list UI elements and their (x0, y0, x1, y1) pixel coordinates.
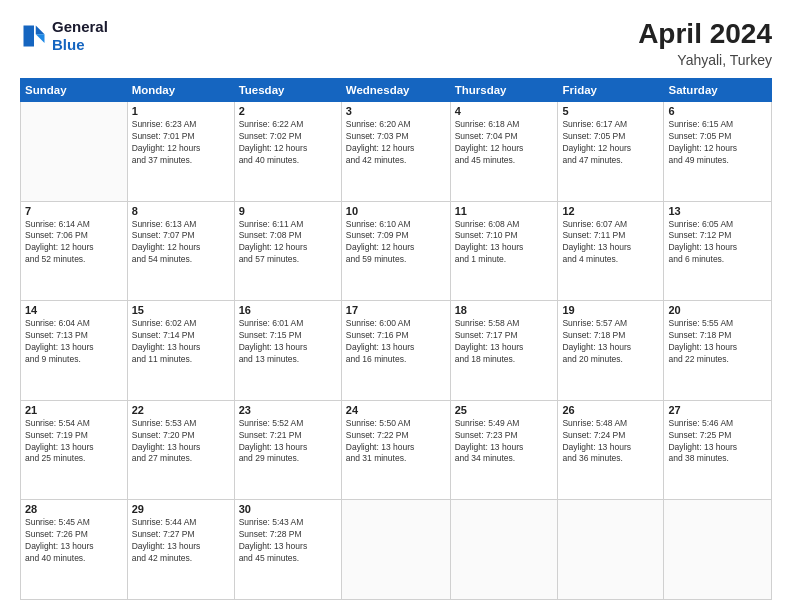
logo-line1: General (52, 18, 108, 36)
day-cell: 4Sunrise: 6:18 AMSunset: 7:04 PMDaylight… (450, 102, 558, 202)
day-number: 26 (562, 404, 659, 416)
logo-icon (20, 22, 48, 50)
day-info: Sunrise: 6:18 AMSunset: 7:04 PMDaylight:… (455, 119, 554, 167)
day-cell: 1Sunrise: 6:23 AMSunset: 7:01 PMDaylight… (127, 102, 234, 202)
header-thursday: Thursday (450, 79, 558, 102)
day-number: 5 (562, 105, 659, 117)
header-sunday: Sunday (21, 79, 128, 102)
day-number: 7 (25, 205, 123, 217)
day-number: 6 (668, 105, 767, 117)
day-number: 11 (455, 205, 554, 217)
day-cell: 19Sunrise: 5:57 AMSunset: 7:18 PMDayligh… (558, 301, 664, 401)
day-cell: 5Sunrise: 6:17 AMSunset: 7:05 PMDaylight… (558, 102, 664, 202)
logo: General Blue (20, 18, 108, 54)
day-info: Sunrise: 6:04 AMSunset: 7:13 PMDaylight:… (25, 318, 123, 366)
day-cell: 12Sunrise: 6:07 AMSunset: 7:11 PMDayligh… (558, 201, 664, 301)
day-info: Sunrise: 5:45 AMSunset: 7:26 PMDaylight:… (25, 517, 123, 565)
day-cell: 10Sunrise: 6:10 AMSunset: 7:09 PMDayligh… (341, 201, 450, 301)
day-info: Sunrise: 5:57 AMSunset: 7:18 PMDaylight:… (562, 318, 659, 366)
day-cell: 9Sunrise: 6:11 AMSunset: 7:08 PMDaylight… (234, 201, 341, 301)
day-number: 19 (562, 304, 659, 316)
day-cell: 3Sunrise: 6:20 AMSunset: 7:03 PMDaylight… (341, 102, 450, 202)
day-number: 29 (132, 503, 230, 515)
day-info: Sunrise: 5:54 AMSunset: 7:19 PMDaylight:… (25, 418, 123, 466)
week-row-1: 1Sunrise: 6:23 AMSunset: 7:01 PMDaylight… (21, 102, 772, 202)
day-number: 14 (25, 304, 123, 316)
header-row: Sunday Monday Tuesday Wednesday Thursday… (21, 79, 772, 102)
day-info: Sunrise: 6:14 AMSunset: 7:06 PMDaylight:… (25, 219, 123, 267)
day-number: 30 (239, 503, 337, 515)
day-cell: 14Sunrise: 6:04 AMSunset: 7:13 PMDayligh… (21, 301, 128, 401)
svg-rect-3 (24, 26, 35, 37)
day-info: Sunrise: 6:13 AMSunset: 7:07 PMDaylight:… (132, 219, 230, 267)
logo-text: General Blue (52, 18, 108, 54)
day-number: 20 (668, 304, 767, 316)
day-cell: 25Sunrise: 5:49 AMSunset: 7:23 PMDayligh… (450, 400, 558, 500)
week-row-4: 21Sunrise: 5:54 AMSunset: 7:19 PMDayligh… (21, 400, 772, 500)
day-info: Sunrise: 6:20 AMSunset: 7:03 PMDaylight:… (346, 119, 446, 167)
day-cell (341, 500, 450, 600)
month-title: April 2024 (638, 18, 772, 50)
day-cell: 7Sunrise: 6:14 AMSunset: 7:06 PMDaylight… (21, 201, 128, 301)
day-info: Sunrise: 6:07 AMSunset: 7:11 PMDaylight:… (562, 219, 659, 267)
day-cell: 8Sunrise: 6:13 AMSunset: 7:07 PMDaylight… (127, 201, 234, 301)
day-info: Sunrise: 6:00 AMSunset: 7:16 PMDaylight:… (346, 318, 446, 366)
day-number: 12 (562, 205, 659, 217)
day-number: 17 (346, 304, 446, 316)
day-info: Sunrise: 6:10 AMSunset: 7:09 PMDaylight:… (346, 219, 446, 267)
svg-rect-4 (24, 36, 35, 47)
day-cell: 24Sunrise: 5:50 AMSunset: 7:22 PMDayligh… (341, 400, 450, 500)
header-monday: Monday (127, 79, 234, 102)
day-cell: 27Sunrise: 5:46 AMSunset: 7:25 PMDayligh… (664, 400, 772, 500)
day-info: Sunrise: 5:44 AMSunset: 7:27 PMDaylight:… (132, 517, 230, 565)
header-friday: Friday (558, 79, 664, 102)
day-cell (664, 500, 772, 600)
day-number: 10 (346, 205, 446, 217)
day-info: Sunrise: 5:46 AMSunset: 7:25 PMDaylight:… (668, 418, 767, 466)
day-info: Sunrise: 5:49 AMSunset: 7:23 PMDaylight:… (455, 418, 554, 466)
day-number: 1 (132, 105, 230, 117)
day-number: 23 (239, 404, 337, 416)
day-number: 3 (346, 105, 446, 117)
header-tuesday: Tuesday (234, 79, 341, 102)
day-cell: 29Sunrise: 5:44 AMSunset: 7:27 PMDayligh… (127, 500, 234, 600)
header-wednesday: Wednesday (341, 79, 450, 102)
day-info: Sunrise: 6:01 AMSunset: 7:15 PMDaylight:… (239, 318, 337, 366)
day-cell: 13Sunrise: 6:05 AMSunset: 7:12 PMDayligh… (664, 201, 772, 301)
day-number: 22 (132, 404, 230, 416)
title-block: April 2024 Yahyali, Turkey (638, 18, 772, 68)
week-row-5: 28Sunrise: 5:45 AMSunset: 7:26 PMDayligh… (21, 500, 772, 600)
header: General Blue April 2024 Yahyali, Turkey (20, 18, 772, 68)
header-saturday: Saturday (664, 79, 772, 102)
day-info: Sunrise: 6:23 AMSunset: 7:01 PMDaylight:… (132, 119, 230, 167)
calendar-table: Sunday Monday Tuesday Wednesday Thursday… (20, 78, 772, 600)
day-info: Sunrise: 6:08 AMSunset: 7:10 PMDaylight:… (455, 219, 554, 267)
day-number: 8 (132, 205, 230, 217)
day-info: Sunrise: 5:58 AMSunset: 7:17 PMDaylight:… (455, 318, 554, 366)
day-cell: 28Sunrise: 5:45 AMSunset: 7:26 PMDayligh… (21, 500, 128, 600)
day-cell: 21Sunrise: 5:54 AMSunset: 7:19 PMDayligh… (21, 400, 128, 500)
day-number: 13 (668, 205, 767, 217)
day-number: 27 (668, 404, 767, 416)
page: General Blue April 2024 Yahyali, Turkey … (0, 0, 792, 612)
day-cell: 16Sunrise: 6:01 AMSunset: 7:15 PMDayligh… (234, 301, 341, 401)
day-info: Sunrise: 5:55 AMSunset: 7:18 PMDaylight:… (668, 318, 767, 366)
day-cell (21, 102, 128, 202)
day-info: Sunrise: 5:53 AMSunset: 7:20 PMDaylight:… (132, 418, 230, 466)
day-number: 4 (455, 105, 554, 117)
day-info: Sunrise: 6:11 AMSunset: 7:08 PMDaylight:… (239, 219, 337, 267)
day-info: Sunrise: 6:15 AMSunset: 7:05 PMDaylight:… (668, 119, 767, 167)
day-number: 15 (132, 304, 230, 316)
day-cell: 22Sunrise: 5:53 AMSunset: 7:20 PMDayligh… (127, 400, 234, 500)
day-cell: 15Sunrise: 6:02 AMSunset: 7:14 PMDayligh… (127, 301, 234, 401)
day-number: 18 (455, 304, 554, 316)
day-number: 25 (455, 404, 554, 416)
day-cell: 6Sunrise: 6:15 AMSunset: 7:05 PMDaylight… (664, 102, 772, 202)
day-info: Sunrise: 6:05 AMSunset: 7:12 PMDaylight:… (668, 219, 767, 267)
week-row-2: 7Sunrise: 6:14 AMSunset: 7:06 PMDaylight… (21, 201, 772, 301)
day-info: Sunrise: 5:43 AMSunset: 7:28 PMDaylight:… (239, 517, 337, 565)
day-cell: 30Sunrise: 5:43 AMSunset: 7:28 PMDayligh… (234, 500, 341, 600)
day-info: Sunrise: 5:52 AMSunset: 7:21 PMDaylight:… (239, 418, 337, 466)
day-cell: 26Sunrise: 5:48 AMSunset: 7:24 PMDayligh… (558, 400, 664, 500)
day-cell: 23Sunrise: 5:52 AMSunset: 7:21 PMDayligh… (234, 400, 341, 500)
